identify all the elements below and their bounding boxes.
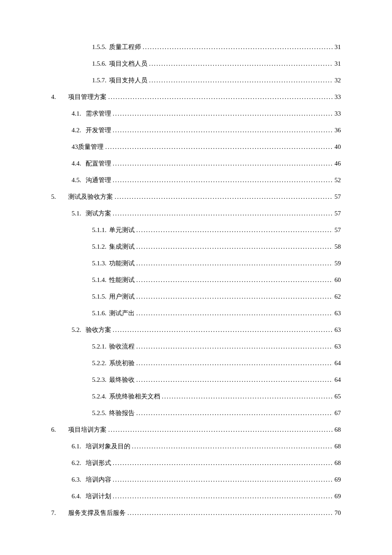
toc-entry-title: 沟通管理 (86, 176, 113, 185)
toc-entry-title: 培训内容 (86, 475, 113, 484)
toc-entry-number: 5.1.5. (92, 292, 109, 301)
toc-leader-dots (136, 309, 333, 318)
toc-entry: 6.2.培训形式68 (51, 459, 341, 468)
toc-entry-page: 32 (333, 76, 341, 85)
toc-entry-number: 5.2.3. (92, 375, 109, 384)
toc-entry: 5.1.5.用户测试62 (51, 292, 341, 301)
toc-entry-title: 功能测试 (109, 259, 136, 268)
toc-leader-dots (113, 459, 333, 468)
toc-entry-title: 用户测试 (109, 292, 136, 301)
toc-entry-page: 68 (333, 459, 341, 468)
toc-entry: 1.5.7.项目支持人员32 (51, 76, 341, 85)
toc-entry: 4.项目管理方案33 (51, 93, 341, 102)
toc-entry: 4.5.沟通管理52 (51, 176, 341, 185)
toc-entry: 6.项目培训方案68 (51, 425, 341, 434)
toc-leader-dots (143, 43, 333, 52)
toc-entry-title: 培训对象及目的 (86, 442, 132, 451)
toc-entry-title: 验收流程 (109, 342, 136, 351)
toc-entry: 6.1.培训对象及目的68 (51, 442, 341, 451)
toc-leader-dots (136, 276, 333, 285)
toc-entry-page: 62 (333, 292, 341, 301)
toc-entry-page: 69 (333, 492, 341, 501)
toc-entry: 5.2.3.最终验收64 (51, 375, 341, 384)
toc-entry-page: 40 (333, 142, 341, 151)
toc-leader-dots (136, 259, 333, 268)
toc-entry: 4.4.配置管理46 (51, 159, 341, 168)
toc-entry-page: 57 (333, 226, 341, 235)
toc-entry: 5.1.2.集成测试58 (51, 242, 341, 251)
toc-leader-dots (162, 392, 333, 401)
toc-leader-dots (113, 209, 333, 218)
toc-page: 1.5.5.质量工程师311.5.6.项目文档人员311.5.7.项目支持人员3… (0, 0, 392, 555)
toc-entry-title: 需求管理 (86, 109, 113, 118)
toc-entry-number: 4.4. (72, 159, 86, 168)
toc-leader-dots (136, 242, 333, 251)
toc-entry-page: 65 (333, 392, 341, 401)
toc-leader-dots (149, 59, 333, 68)
toc-entry: 5.2.4.系统终验相关文档65 (51, 392, 341, 401)
toc-leader-dots (113, 492, 333, 501)
toc-entry-number: 4.1. (72, 109, 86, 118)
toc-entry: 6.3.培训内容69 (51, 475, 341, 484)
toc-entry: 1.5.6.项目文档人员31 (51, 59, 341, 68)
toc-entry-title: 测试产出 (109, 309, 136, 318)
toc-entry-title: 项目支持人员 (109, 76, 149, 85)
toc-entry-number: 6. (51, 425, 68, 434)
toc-entry-title: 终验报告 (109, 409, 136, 418)
toc-entry-number: 6.3. (72, 475, 86, 484)
toc-entry: 5.1.1.单元测试57 (51, 226, 341, 235)
toc-entry-page: 70 (333, 509, 341, 517)
toc-entry: 43质量管理40 (51, 142, 341, 151)
toc-entry: 5.测试及验收方案57 (51, 192, 341, 201)
toc-entry-title: 开发管理 (86, 126, 113, 135)
toc-entry-page: 52 (333, 176, 341, 185)
toc-entry-page: 46 (333, 159, 341, 168)
toc-entry-number: 1.5.6. (92, 59, 109, 68)
toc-entry: 6.4.培训计划69 (51, 492, 341, 501)
toc-leader-dots (113, 325, 333, 334)
toc-entry-page: 63 (333, 342, 341, 351)
toc-entry-number: 1.5.5. (92, 43, 109, 52)
toc-entry-page: 63 (333, 309, 341, 318)
toc-leader-dots (113, 126, 333, 135)
toc-entry-page: 69 (333, 475, 341, 484)
toc-leader-dots (113, 475, 333, 484)
toc-entry-page: 31 (333, 43, 341, 52)
toc-entry: 5.1.测试方案57 (51, 209, 341, 218)
toc-entry-page: 68 (333, 442, 341, 451)
toc-entry-number: 7. (51, 509, 68, 517)
toc-entry-title: 43质量管理 (72, 142, 105, 151)
toc-leader-dots (149, 76, 333, 85)
toc-leader-dots (136, 409, 333, 418)
toc-entry-title: 质量工程师 (109, 43, 143, 52)
toc-leader-dots (113, 176, 333, 185)
toc-entry: 4.1.需求管理33 (51, 109, 341, 118)
toc-entry-title: 培训计划 (86, 492, 113, 501)
toc-entry-number: 5. (51, 192, 68, 201)
toc-entry-number: 4. (51, 93, 68, 102)
toc-entry-title: 测试及验收方案 (68, 192, 115, 201)
toc-entry-title: 项目文档人员 (109, 59, 149, 68)
toc-entry: 5.2.验收方案63 (51, 325, 341, 334)
toc-entry-title: 项目管理方案 (68, 93, 108, 102)
toc-entry-number: 5.2.4. (92, 392, 109, 401)
toc-list: 1.5.5.质量工程师311.5.6.项目文档人员311.5.7.项目支持人员3… (51, 43, 341, 517)
toc-entry: 7.服务支撑及售后服务70 (51, 509, 341, 517)
toc-entry-number: 5.1.2. (92, 242, 109, 251)
toc-entry-page: 64 (333, 359, 341, 368)
toc-entry-title: 培训形式 (86, 459, 113, 468)
toc-entry-page: 31 (333, 59, 341, 68)
toc-entry-number: 1.5.7. (92, 76, 109, 85)
toc-entry: 1.5.5.质量工程师31 (51, 43, 341, 52)
toc-entry-number: 5.1.3. (92, 259, 109, 268)
toc-entry-title: 服务支撑及售后服务 (68, 509, 127, 517)
toc-entry-number: 5.1.4. (92, 276, 109, 285)
toc-entry-page: 58 (333, 242, 341, 251)
toc-entry-number: 5.1.6. (92, 309, 109, 318)
toc-entry-page: 33 (333, 93, 341, 102)
toc-entry-title: 项目培训方案 (68, 425, 108, 434)
toc-entry-page: 36 (333, 126, 341, 135)
toc-entry-title: 验收方案 (86, 325, 113, 334)
toc-leader-dots (105, 142, 333, 151)
toc-entry-page: 57 (333, 192, 341, 201)
